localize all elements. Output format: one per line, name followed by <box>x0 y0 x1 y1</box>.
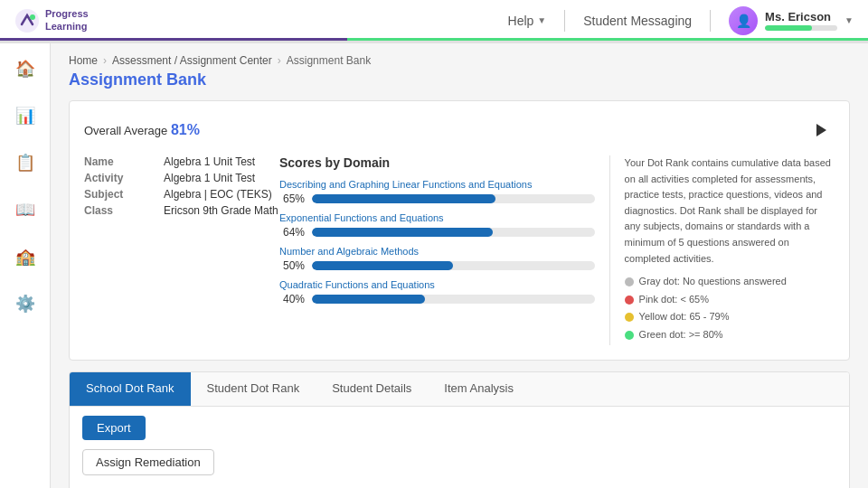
top-accent <box>0 38 868 41</box>
user-chevron-icon: ▼ <box>844 15 854 25</box>
domain-bar-row-2: 64% <box>279 226 595 239</box>
scores-description: Your Dot Rank contains cumulative data b… <box>625 155 835 345</box>
sidebar: 🏠 📊 📋 📖 🏫 ⚙️ <box>0 43 51 488</box>
nav-divider2 <box>710 10 711 32</box>
svg-marker-2 <box>816 124 826 136</box>
col-header-13: Domain and Range <box>661 484 697 488</box>
name-label: Name <box>84 155 156 168</box>
breadcrumb-current: Assignment Bank <box>287 54 371 67</box>
nav-divider <box>564 10 565 32</box>
breadcrumb-home[interactable]: Home <box>69 54 98 67</box>
avatar: 👤 <box>729 6 758 35</box>
overall-header: Overall Average 81% <box>84 116 835 145</box>
legend-green-label: Green dot: >= 80% <box>639 327 723 343</box>
domain-pct-2: 64% <box>279 226 305 239</box>
sidebar-item-classes[interactable]: 🏫 <box>11 242 40 271</box>
gray-dot-icon <box>625 277 634 286</box>
legend-green: Green dot: >= 80% <box>625 327 835 343</box>
breadcrumb: Home › Assessment / Assignment Center › … <box>69 54 850 67</box>
details-col: Name Algebra 1 Unit Test Activity Algebr… <box>84 155 265 345</box>
legend-gray: Gray dot: No questions answered <box>625 274 835 290</box>
help-button[interactable]: Help ▼ <box>508 14 547 28</box>
overall-title: Overall Average 81% <box>84 122 200 138</box>
student-messaging-button[interactable]: Student Messaging <box>583 14 692 28</box>
user-menu[interactable]: 👤 Ms. Ericson ▼ <box>729 6 854 35</box>
col-header-5: Difference of Two Squares <box>372 484 408 488</box>
page-title: Assignment Bank <box>69 70 850 89</box>
remediation-row: Assign Remediation <box>82 449 836 475</box>
sidebar-item-assignments[interactable]: 📋 <box>11 148 40 177</box>
domain-pct-3: 50% <box>279 259 305 272</box>
bar-bg-4 <box>312 295 595 304</box>
breadcrumb-assessment[interactable]: Assessment / Assignment Center <box>112 54 272 67</box>
col-header-2: Add and Subtract Polynomials <box>263 484 299 488</box>
breadcrumb-sep1: › <box>103 54 107 67</box>
domain-bar-row-1: 65% <box>279 192 595 205</box>
logo-icon <box>14 8 40 33</box>
user-progress-bar <box>765 25 837 31</box>
dot-legend: Gray dot: No questions answered Pink dot… <box>625 274 835 343</box>
domain-bar-row-4: 40% <box>279 293 595 305</box>
domain-item-1: Describing and Graphing Linear Functions… <box>279 179 595 205</box>
user-name: Ms. Ericson <box>765 10 837 23</box>
tab-school-dot-rank[interactable]: School Dot Rank <box>70 372 191 406</box>
play-button[interactable] <box>806 116 835 145</box>
table-area: Demo Assessment and Algebraic Methods Ad… <box>82 484 836 488</box>
domain-name-1[interactable]: Describing and Graphing Linear Functions… <box>279 179 595 190</box>
col-header-9: Graph Transformations <box>516 484 552 488</box>
domain-name-3[interactable]: Number and Algebraic Methods <box>279 246 595 257</box>
tab-student-dot-rank[interactable]: Student Dot Rank <box>191 372 316 406</box>
overall-label: Overall Average <box>84 124 167 137</box>
action-row: Export <box>82 416 836 440</box>
col-header-4: Distributive Property <box>335 484 372 488</box>
sidebar-item-home[interactable]: 🏠 <box>11 54 40 83</box>
domain-item-4: Quadratic Functions and Equations 40% <box>279 279 595 305</box>
bar-fill-3 <box>312 261 453 270</box>
top-nav: Progress Learning Help ▼ Student Messagi… <box>0 0 868 43</box>
tab-student-details[interactable]: Student Details <box>316 372 428 406</box>
bar-bg-2 <box>312 228 595 237</box>
domain-name-4[interactable]: Quadratic Functions and Equations <box>279 279 595 290</box>
domain-pct-4: 40% <box>279 293 305 305</box>
green-dot-icon <box>625 331 634 340</box>
bar-fill-1 <box>312 194 495 203</box>
scores-title: Scores by Domain <box>279 155 595 170</box>
help-label: Help <box>508 14 534 28</box>
user-progress-fill <box>765 25 812 31</box>
pink-dot-icon <box>625 296 634 305</box>
domain-item-2: Exponential Functions and Equations 64% <box>279 212 595 239</box>
sidebar-item-settings[interactable]: ⚙️ <box>11 289 40 318</box>
svg-point-0 <box>15 9 39 33</box>
svg-point-1 <box>30 14 35 20</box>
col-header-11: Linear Data Models <box>589 484 625 488</box>
col-header-7: Rate of Change <box>444 484 480 488</box>
assign-remediation-button[interactable]: Assign Remediation <box>82 449 214 475</box>
breadcrumb-sep2: › <box>278 54 281 67</box>
tab-content: Export Assign Remediation Demo Assessmen… <box>70 407 849 488</box>
domain-name-2[interactable]: Exponential Functions and Equations <box>279 212 595 223</box>
sidebar-item-reports[interactable]: 📊 <box>11 101 40 130</box>
content-area: Home › Assessment / Assignment Center › … <box>51 43 868 488</box>
col-header-17: Solve Linear Equations <box>806 484 836 488</box>
tab-item-analysis[interactable]: Item Analysis <box>428 372 530 406</box>
scores-by-domain: Scores by Domain Describing and Graphing… <box>279 155 610 345</box>
subject-label: Subject <box>84 188 156 201</box>
legend-yellow-label: Yellow dot: 65 - 79% <box>639 309 730 325</box>
legend-pink: Pink dot: < 65% <box>625 292 835 308</box>
logo-area: Progress Learning <box>14 8 87 33</box>
overall-card-inner: Name Algebra 1 Unit Test Activity Algebr… <box>84 155 835 345</box>
sidebar-item-book[interactable]: 📖 <box>11 195 40 224</box>
tabs-row: School Dot Rank Student Dot Rank Student… <box>70 372 849 407</box>
col-header-0: Demo Assessment <box>191 484 227 488</box>
bar-fill-2 <box>312 228 493 237</box>
bar-bg-1 <box>312 194 595 203</box>
yellow-dot-icon <box>625 313 634 322</box>
export-button[interactable]: Export <box>82 416 146 440</box>
col-header-1: and Algebraic Methods <box>227 484 263 488</box>
bar-fill-4 <box>312 295 425 304</box>
bottom-card: School Dot Rank Student Dot Rank Student… <box>69 371 850 488</box>
col-header-16: Write Linear Systems <box>769 484 806 488</box>
logo-text: Progress Learning <box>45 8 89 32</box>
col-header-12: Describing and Solving Linear Functions <box>625 484 661 488</box>
legend-pink-label: Pink dot: < 65% <box>639 292 709 308</box>
